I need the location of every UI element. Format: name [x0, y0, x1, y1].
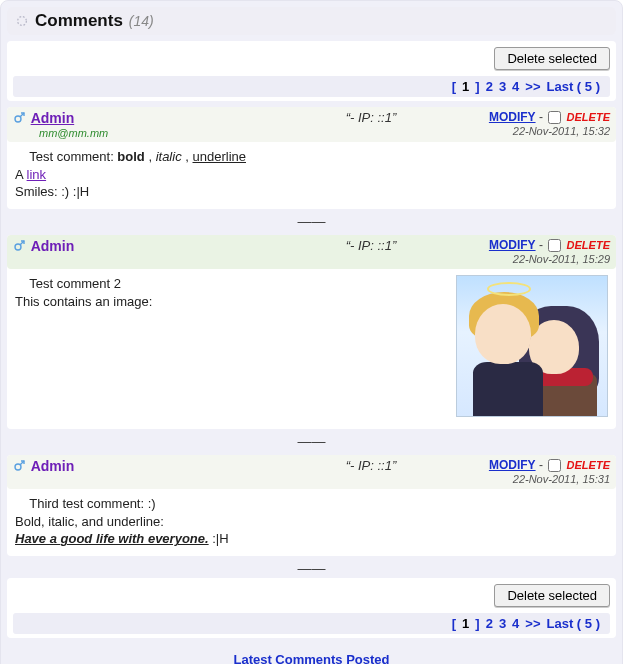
- delete-selected-button-bottom[interactable]: Delete selected: [494, 584, 610, 607]
- c1-italic: italic: [156, 149, 182, 164]
- pager-next-b[interactable]: >>: [525, 616, 540, 631]
- c3-styled: Have a good life with everyone.: [15, 531, 209, 546]
- gender-male-icon: [13, 240, 25, 255]
- comment-2-ip: “- IP: ::1”: [253, 238, 489, 253]
- c1-bold: bold: [117, 149, 144, 164]
- latest-link-row: Latest Comments Posted: [7, 652, 616, 664]
- c1-sep1: ,: [145, 149, 156, 164]
- svg-point-1: [15, 116, 21, 122]
- comment-3-body: Third test comment: :) Bold, italic, and…: [7, 489, 616, 556]
- comment-2-delete-link[interactable]: DELETE: [567, 239, 610, 251]
- gender-male-icon: [13, 460, 25, 475]
- svg-point-0: [18, 17, 27, 26]
- c3-line1: Third test comment: :): [29, 496, 155, 511]
- comment-2-modify-link[interactable]: MODIFY: [489, 238, 536, 252]
- pager-top: [1] 2 3 4 >> Last ( 5 ): [13, 76, 610, 97]
- c2-line1: Test comment 2: [29, 276, 121, 291]
- c1-link[interactable]: link: [27, 167, 47, 182]
- comment-2: Admin “- IP: ::1” MODIFY - DELETE 22-Nov…: [7, 235, 616, 429]
- c1-underline: underline: [193, 149, 247, 164]
- page-header: Comments (14): [7, 7, 616, 35]
- comment-3-ip: “- IP: ::1”: [253, 458, 489, 473]
- comment-1-header: Admin mm@mm.mm “- IP: ::1” MODIFY - DELE…: [7, 107, 616, 142]
- comment-1-email[interactable]: mm@mm.mm: [39, 127, 253, 139]
- separator: ——: [7, 560, 616, 576]
- c1-line3: Smiles: :) :|H: [15, 184, 89, 199]
- pager-current: 1: [462, 79, 469, 94]
- header-icon: [15, 14, 29, 28]
- comment-3-timestamp: 22-Nov-2011, 15:31: [513, 473, 610, 485]
- comment-2-select-checkbox[interactable]: [548, 239, 561, 252]
- c1-sep2: ,: [182, 149, 193, 164]
- comment-1: Admin mm@mm.mm “- IP: ::1” MODIFY - DELE…: [7, 107, 616, 209]
- pager-bracket-close: ]: [475, 79, 479, 94]
- comment-3-modify-link[interactable]: MODIFY: [489, 458, 536, 472]
- pager-bottom: [1] 2 3 4 >> Last ( 5 ): [13, 613, 610, 634]
- bottom-panel: Delete selected [1] 2 3 4 >> Last ( 5 ): [7, 578, 616, 638]
- comment-3: Admin “- IP: ::1” MODIFY - DELETE 22-Nov…: [7, 455, 616, 556]
- comment-1-timestamp: 22-Nov-2011, 15:32: [513, 125, 610, 137]
- c3-line2: Bold, italic, and underline:: [15, 514, 164, 529]
- separator: ——: [7, 433, 616, 449]
- comment-3-header: Admin “- IP: ::1” MODIFY - DELETE 22-Nov…: [7, 455, 616, 489]
- comment-2-author[interactable]: Admin: [31, 238, 75, 254]
- pager-current-b: 1: [462, 616, 469, 631]
- pager-page-3-b[interactable]: 3: [499, 616, 506, 631]
- pager-page-4[interactable]: 4: [512, 79, 519, 94]
- c2-line2: This contains an image:: [15, 294, 152, 309]
- pager-bracket-close: ]: [475, 616, 479, 631]
- pager-bracket-open: [: [452, 616, 456, 631]
- comment-2-header: Admin “- IP: ::1” MODIFY - DELETE 22-Nov…: [7, 235, 616, 269]
- separator: ——: [7, 213, 616, 229]
- comments-page: Comments (14) Delete selected [1] 2 3 4 …: [0, 0, 623, 664]
- c3-tail: :|H: [209, 531, 229, 546]
- comment-1-delete-link[interactable]: DELETE: [567, 111, 610, 123]
- comment-1-ip: “- IP: ::1”: [253, 110, 489, 125]
- comment-1-modify-link[interactable]: MODIFY: [489, 110, 536, 124]
- latest-comments-link[interactable]: Latest Comments Posted: [233, 652, 389, 664]
- svg-point-3: [15, 244, 21, 250]
- c1-text: Test comment:: [29, 149, 117, 164]
- pager-next[interactable]: >>: [525, 79, 540, 94]
- comment-3-select-checkbox[interactable]: [548, 459, 561, 472]
- dash: -: [539, 238, 546, 252]
- pager-bracket-open: [: [452, 79, 456, 94]
- comment-3-delete-link[interactable]: DELETE: [567, 459, 610, 471]
- pager-page-2-b[interactable]: 2: [486, 616, 493, 631]
- page-title: Comments: [35, 11, 123, 31]
- comment-2-timestamp: 22-Nov-2011, 15:29: [513, 253, 610, 265]
- gender-male-icon: [13, 112, 25, 127]
- comment-3-author[interactable]: Admin: [31, 458, 75, 474]
- comment-count: (14): [129, 13, 154, 29]
- dash: -: [539, 110, 546, 124]
- c1-line2pre: A: [15, 167, 27, 182]
- pager-last[interactable]: Last ( 5 ): [547, 79, 600, 94]
- comment-1-body: Test comment: bold , italic , underline …: [7, 142, 616, 209]
- svg-point-5: [15, 464, 21, 470]
- comment-2-body: Test comment 2 This contains an image:: [7, 269, 616, 429]
- comment-1-author[interactable]: Admin: [31, 110, 75, 126]
- dash: -: [539, 458, 546, 472]
- pager-last-b[interactable]: Last ( 5 ): [547, 616, 600, 631]
- pager-page-3[interactable]: 3: [499, 79, 506, 94]
- top-panel: Delete selected [1] 2 3 4 >> Last ( 5 ): [7, 41, 616, 101]
- comment-1-select-checkbox[interactable]: [548, 111, 561, 124]
- comment-2-image: [456, 275, 608, 417]
- pager-page-2[interactable]: 2: [486, 79, 493, 94]
- delete-selected-button-top[interactable]: Delete selected: [494, 47, 610, 70]
- pager-page-4-b[interactable]: 4: [512, 616, 519, 631]
